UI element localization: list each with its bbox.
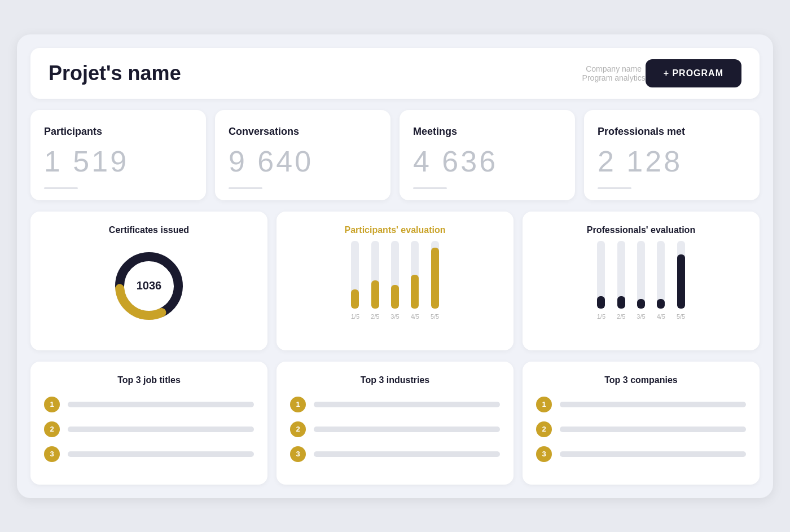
header: Projet's name Company name Program analy… — [30, 48, 760, 99]
stat-card-0: Participants 1 519 — [30, 110, 206, 200]
stat-label-2: Meetings — [413, 126, 457, 138]
list-item: 1 — [290, 397, 500, 412]
stat-value-2: 4 636 — [413, 144, 498, 178]
bar-label-2: 3/5 — [637, 313, 645, 320]
top-industries-title: Top 3 industries — [290, 375, 500, 385]
stat-card-1: Conversations 9 640 — [215, 110, 390, 200]
bar-track-0 — [351, 241, 359, 309]
list-line — [68, 451, 254, 457]
stats-row: Participants 1 519 Conversations 9 640 M… — [30, 110, 760, 200]
bar-label-0: 1/5 — [351, 313, 359, 320]
list-line — [314, 451, 500, 457]
list-item: 3 — [536, 446, 746, 462]
list-line — [314, 427, 500, 432]
bar-group-4: 5/5 — [431, 241, 439, 320]
stat-divider-0 — [44, 187, 78, 189]
bar-label-4: 5/5 — [677, 313, 685, 320]
certificates-title: Certificates issued — [109, 225, 189, 235]
list-item: 1 — [44, 397, 254, 412]
bar-label-4: 5/5 — [431, 313, 439, 320]
list-badge: 1 — [290, 397, 306, 412]
bar-label-1: 2/5 — [371, 313, 379, 320]
list-line — [314, 402, 500, 407]
list-badge: 1 — [44, 397, 60, 412]
bar-track-4 — [431, 241, 439, 309]
list-line — [560, 427, 746, 432]
bar-group-1: 2/5 — [617, 241, 625, 320]
bar-track-2 — [391, 241, 399, 309]
professionals-eval-card: Professionals' evaluation 1/5 2/5 3/5 4/… — [523, 212, 760, 350]
participants-eval-title: Participants' evaluation — [345, 225, 446, 235]
bar-group-3: 4/5 — [411, 241, 419, 320]
bar-fill-1 — [617, 296, 625, 309]
stat-value-1: 9 640 — [229, 144, 313, 178]
bar-track-1 — [617, 241, 625, 309]
stat-card-3: Professionals met 2 128 — [584, 110, 760, 200]
bar-group-2: 3/5 — [390, 241, 399, 320]
bar-label-2: 3/5 — [390, 313, 399, 320]
stat-divider-1 — [229, 187, 262, 189]
bar-fill-1 — [371, 280, 379, 309]
bar-track-1 — [371, 241, 379, 309]
breadcrumb-page: Program analytics — [582, 73, 646, 82]
project-title: Projet's name — [49, 61, 571, 85]
bar-track-3 — [657, 241, 665, 309]
list-line — [560, 402, 746, 407]
list-item: 3 — [290, 446, 500, 462]
top-industries-card: Top 3 industries 1 2 3 — [276, 362, 514, 485]
list-line — [68, 402, 254, 407]
middle-row: Certificates issued 1036 Participants' e… — [30, 212, 760, 350]
bar-track-3 — [411, 241, 419, 309]
add-program-button[interactable]: + PROGRAM — [646, 59, 741, 87]
bar-fill-3 — [411, 275, 419, 309]
bar-group-0: 1/5 — [597, 241, 605, 320]
top-jobs-title: Top 3 job titles — [44, 375, 254, 385]
list-badge: 2 — [536, 421, 552, 437]
breadcrumb-company: Company name — [586, 64, 642, 73]
bar-fill-2 — [637, 299, 645, 309]
list-item: 2 — [536, 421, 746, 437]
stat-divider-3 — [598, 187, 631, 189]
bar-fill-0 — [597, 296, 605, 309]
bar-fill-4 — [677, 254, 685, 309]
bar-group-0: 1/5 — [351, 241, 359, 320]
list-line — [68, 427, 254, 432]
list-item: 1 — [536, 397, 746, 412]
main-container: Projet's name Company name Program analy… — [17, 34, 773, 498]
list-item: 2 — [44, 421, 254, 437]
top-companies-card: Top 3 companies 1 2 3 — [523, 362, 760, 485]
participants-eval-chart: 1/5 2/5 3/5 4/5 5/5 — [290, 247, 500, 337]
stat-divider-2 — [413, 187, 447, 189]
stat-label-0: Participants — [44, 126, 102, 138]
bar-label-0: 1/5 — [597, 313, 605, 320]
top-jobs-card: Top 3 job titles 1 2 3 — [30, 362, 267, 485]
bar-label-1: 2/5 — [617, 313, 625, 320]
bar-track-2 — [637, 241, 645, 309]
top-companies-title: Top 3 companies — [536, 375, 746, 385]
bar-track-4 — [677, 241, 685, 309]
breadcrumb: Company name Program analytics — [582, 64, 646, 82]
bar-group-3: 4/5 — [657, 241, 665, 320]
professionals-eval-title: Professionals' evaluation — [587, 225, 695, 235]
stat-value-3: 2 128 — [598, 144, 682, 178]
list-badge: 3 — [44, 446, 60, 462]
bar-track-0 — [597, 241, 605, 309]
professionals-eval-chart: 1/5 2/5 3/5 4/5 5/5 — [536, 247, 746, 337]
donut-container: 1036 — [109, 247, 188, 326]
certificates-card: Certificates issued 1036 — [30, 212, 267, 350]
list-item: 2 — [290, 421, 500, 437]
list-item: 3 — [44, 446, 254, 462]
stat-value-0: 1 519 — [44, 144, 129, 178]
bar-fill-3 — [657, 299, 665, 309]
bar-label-3: 4/5 — [411, 313, 419, 320]
bar-group-1: 2/5 — [371, 241, 379, 320]
participants-eval-card: Participants' evaluation 1/5 2/5 3/5 4/5 — [276, 212, 514, 350]
list-badge: 2 — [44, 421, 60, 437]
bottom-row: Top 3 job titles 1 2 3 Top 3 industries … — [30, 362, 760, 485]
bar-fill-2 — [391, 285, 399, 309]
list-badge: 3 — [536, 446, 552, 462]
list-line — [560, 451, 746, 457]
bar-label-3: 4/5 — [657, 313, 665, 320]
donut-label: 1036 — [137, 279, 162, 292]
stat-card-2: Meetings 4 636 — [400, 110, 575, 200]
